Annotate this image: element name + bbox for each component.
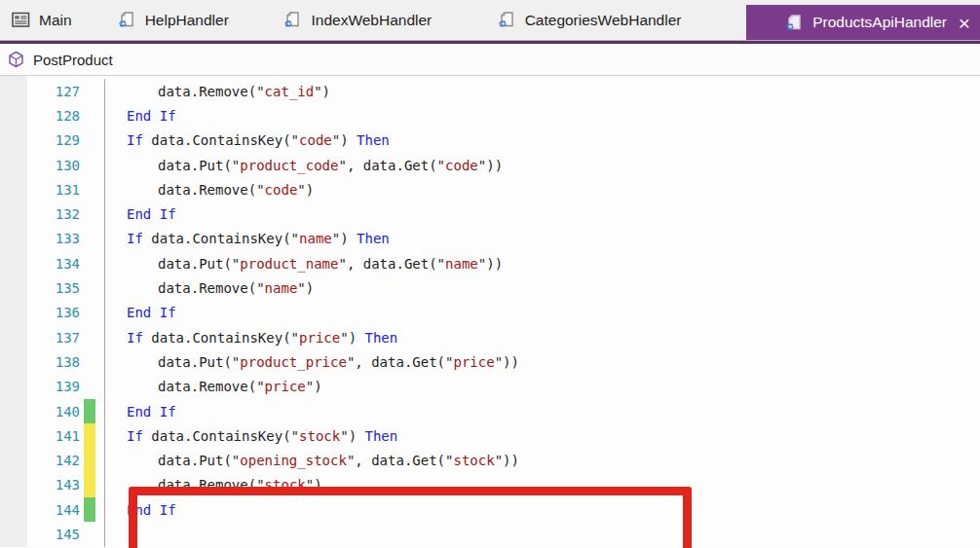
change-tracking-marker xyxy=(84,375,95,399)
form-module-icon xyxy=(12,12,30,28)
code-line[interactable]: 130data.Put("product_code", data.Get("co… xyxy=(0,153,980,177)
code-line[interactable]: 132End If xyxy=(0,201,980,226)
tab-label: HelpHandler xyxy=(145,12,229,29)
code-line[interactable]: 137If data.ContainsKey("price") Then xyxy=(0,325,980,349)
change-tracking-marker xyxy=(84,227,95,251)
gutter-separator xyxy=(95,349,105,374)
gutter-separator xyxy=(95,79,105,103)
code-text: If data.ContainsKey("code") Then xyxy=(105,132,390,148)
line-number: 132 xyxy=(0,206,84,222)
code-line[interactable]: 134data.Put("product_name", data.Get("na… xyxy=(0,251,980,275)
line-number: 136 xyxy=(0,305,84,320)
code-line[interactable]: 144End If xyxy=(0,497,980,522)
tab-label: ProductsApiHandler xyxy=(812,14,947,31)
tab-label: Main xyxy=(39,12,72,29)
line-number: 140 xyxy=(0,404,84,420)
line-number: 137 xyxy=(0,330,84,346)
code-line[interactable]: 143data.Remove("stock") xyxy=(0,473,980,497)
gutter-separator xyxy=(95,399,105,423)
gutter-separator xyxy=(95,522,105,546)
code-text: End If xyxy=(105,404,176,420)
class-module-icon xyxy=(498,11,516,29)
code-line[interactable]: 131data.Remove("code") xyxy=(0,177,980,201)
code-text: If data.ContainsKey("stock") Then xyxy=(105,428,397,444)
code-text: data.Remove("code") xyxy=(105,182,314,198)
change-tracking-marker xyxy=(84,201,95,226)
line-number: 144 xyxy=(0,502,84,518)
change-tracking-marker xyxy=(84,349,95,374)
code-text: data.Remove("stock") xyxy=(105,477,322,493)
gutter-separator xyxy=(95,423,105,448)
code-lines: 127data.Remove("cat_id")128End If129If d… xyxy=(0,79,980,547)
tab-label: CategoriesWebHandler xyxy=(525,12,682,29)
code-line[interactable]: 127data.Remove("cat_id") xyxy=(0,79,980,103)
sub-navigator-bar[interactable]: PostProduct xyxy=(0,44,980,76)
gutter-separator xyxy=(95,497,105,522)
line-number: 145 xyxy=(0,527,84,542)
code-text: data.Remove("name") xyxy=(105,280,314,296)
tab-label: IndexWebHandler xyxy=(311,12,432,29)
line-number: 130 xyxy=(0,158,84,173)
tab-main[interactable]: Main xyxy=(0,0,106,40)
line-number: 141 xyxy=(0,428,84,444)
code-line[interactable]: 138data.Put("product_price", data.Get("p… xyxy=(0,349,980,374)
change-tracking-marker xyxy=(84,423,95,448)
line-number: 128 xyxy=(0,108,84,124)
change-tracking-marker xyxy=(84,399,95,423)
gutter-separator xyxy=(95,177,105,201)
code-line[interactable]: 133If data.ContainsKey("name") Then xyxy=(0,227,980,251)
class-module-icon xyxy=(785,14,804,32)
code-text: data.Put("product_price", data.Get("pric… xyxy=(105,354,519,370)
change-tracking-marker xyxy=(84,79,95,103)
close-tab-icon[interactable]: × xyxy=(959,13,970,33)
gutter-separator xyxy=(95,448,105,472)
code-line[interactable]: 136End If xyxy=(0,301,980,325)
tab-productsapihandler-active[interactable]: ProductsApiHandler × xyxy=(746,5,980,40)
line-number: 138 xyxy=(0,354,84,370)
change-tracking-marker xyxy=(84,301,95,325)
code-text: data.Put("product_name", data.Get("name"… xyxy=(105,256,503,272)
change-tracking-marker xyxy=(84,448,95,472)
line-number: 129 xyxy=(0,132,84,148)
code-text: End If xyxy=(105,108,176,124)
change-tracking-marker xyxy=(84,153,95,177)
line-number: 135 xyxy=(0,280,84,296)
gutter-separator xyxy=(95,251,105,275)
code-editor[interactable]: 127data.Remove("cat_id")128End If129If d… xyxy=(0,76,980,547)
line-number: 139 xyxy=(0,379,84,394)
gutter-separator xyxy=(95,375,105,399)
gutter-separator xyxy=(95,153,105,177)
gutter-separator xyxy=(95,201,105,226)
line-number: 133 xyxy=(0,231,84,246)
line-number: 131 xyxy=(0,182,84,198)
change-tracking-marker xyxy=(84,103,95,128)
code-text: End If xyxy=(105,206,176,222)
code-line[interactable]: 140End If xyxy=(0,399,980,423)
tab-helphandler[interactable]: HelpHandler xyxy=(106,0,273,40)
current-sub-name: PostProduct xyxy=(33,52,113,68)
code-line[interactable]: 135data.Remove("name") xyxy=(0,275,980,300)
code-text: data.Put("opening_stock", data.Get("stoc… xyxy=(105,453,519,468)
class-module-icon xyxy=(118,11,136,29)
code-line[interactable]: 141If data.ContainsKey("stock") Then xyxy=(0,423,980,448)
code-text: If data.ContainsKey("price") Then xyxy=(105,330,397,346)
code-line[interactable]: 139data.Remove("price") xyxy=(0,375,980,399)
gutter-separator xyxy=(95,227,105,251)
code-text: End If xyxy=(105,305,176,320)
code-line[interactable]: 129If data.ContainsKey("code") Then xyxy=(0,128,980,153)
code-line[interactable]: 142data.Put("opening_stock", data.Get("s… xyxy=(0,448,980,472)
change-tracking-marker xyxy=(84,325,95,349)
code-line[interactable]: 145 xyxy=(0,522,980,546)
gutter-separator xyxy=(95,473,105,497)
change-tracking-marker xyxy=(84,497,95,522)
tab-indexwebhandler[interactable]: IndexWebHandler xyxy=(272,0,485,40)
code-line[interactable]: 128End If xyxy=(0,103,980,128)
line-number: 143 xyxy=(0,477,84,493)
line-number: 127 xyxy=(0,84,84,99)
change-tracking-marker xyxy=(84,177,95,201)
line-number: 134 xyxy=(0,256,84,272)
class-module-icon xyxy=(283,11,302,29)
gutter-separator xyxy=(95,325,105,349)
change-tracking-marker xyxy=(84,128,95,153)
tab-categorieswebhandler[interactable]: CategoriesWebHandler xyxy=(486,0,747,40)
